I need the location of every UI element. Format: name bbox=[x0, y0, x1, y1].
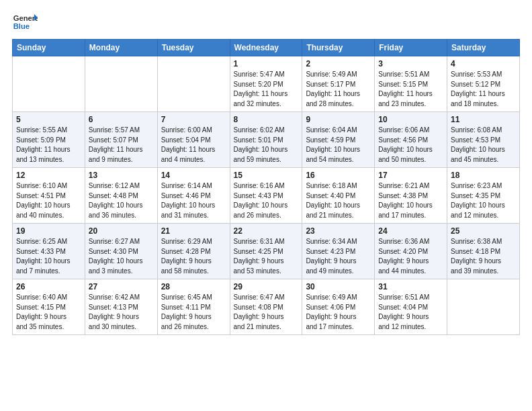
calendar-table: SundayMondayTuesdayWednesdayThursdayFrid… bbox=[12, 39, 520, 335]
day-info: Sunrise: 6:29 AM Sunset: 4:28 PM Dayligh… bbox=[161, 237, 226, 276]
day-cell: 30Sunrise: 6:49 AM Sunset: 4:06 PM Dayli… bbox=[302, 279, 375, 335]
week-row-4: 19Sunrise: 6:25 AM Sunset: 4:33 PM Dayli… bbox=[13, 224, 520, 279]
day-cell: 26Sunrise: 6:40 AM Sunset: 4:15 PM Dayli… bbox=[13, 279, 85, 335]
day-number: 25 bbox=[451, 226, 516, 236]
day-info: Sunrise: 6:42 AM Sunset: 4:13 PM Dayligh… bbox=[89, 293, 154, 332]
day-number: 24 bbox=[378, 226, 443, 236]
day-number: 28 bbox=[161, 282, 226, 291]
day-cell bbox=[13, 56, 85, 112]
day-info: Sunrise: 6:02 AM Sunset: 5:01 PM Dayligh… bbox=[234, 126, 299, 165]
day-number: 29 bbox=[234, 282, 299, 291]
day-cell: 20Sunrise: 6:27 AM Sunset: 4:30 PM Dayli… bbox=[85, 224, 157, 279]
day-number: 10 bbox=[378, 115, 443, 124]
day-cell: 31Sunrise: 6:51 AM Sunset: 4:04 PM Dayli… bbox=[375, 279, 447, 335]
day-cell: 21Sunrise: 6:29 AM Sunset: 4:28 PM Dayli… bbox=[157, 224, 230, 279]
day-number: 8 bbox=[234, 115, 299, 124]
day-info: Sunrise: 6:16 AM Sunset: 4:43 PM Dayligh… bbox=[234, 181, 299, 220]
day-number: 15 bbox=[234, 171, 299, 180]
weekday-header-row: SundayMondayTuesdayWednesdayThursdayFrid… bbox=[13, 40, 520, 56]
day-number: 26 bbox=[16, 282, 81, 291]
day-cell: 27Sunrise: 6:42 AM Sunset: 4:13 PM Dayli… bbox=[85, 279, 157, 335]
logo-icon: General Blue bbox=[12, 9, 38, 35]
day-cell: 16Sunrise: 6:18 AM Sunset: 4:40 PM Dayli… bbox=[302, 168, 375, 224]
day-cell: 4Sunrise: 5:53 AM Sunset: 5:12 PM Daylig… bbox=[447, 56, 520, 112]
day-cell: 22Sunrise: 6:31 AM Sunset: 4:25 PM Dayli… bbox=[230, 224, 302, 279]
day-number: 17 bbox=[378, 171, 443, 180]
day-number: 6 bbox=[89, 115, 154, 124]
day-info: Sunrise: 6:12 AM Sunset: 4:48 PM Dayligh… bbox=[89, 181, 154, 220]
day-info: Sunrise: 5:49 AM Sunset: 5:17 PM Dayligh… bbox=[306, 70, 371, 109]
day-number: 19 bbox=[16, 226, 81, 236]
day-cell bbox=[447, 279, 520, 335]
day-info: Sunrise: 6:14 AM Sunset: 4:46 PM Dayligh… bbox=[161, 181, 226, 220]
day-cell: 18Sunrise: 6:23 AM Sunset: 4:35 PM Dayli… bbox=[447, 168, 520, 224]
day-number: 4 bbox=[451, 59, 516, 68]
weekday-header-tuesday: Tuesday bbox=[157, 40, 230, 56]
day-number: 16 bbox=[306, 171, 371, 180]
day-info: Sunrise: 6:40 AM Sunset: 4:15 PM Dayligh… bbox=[16, 293, 81, 332]
day-info: Sunrise: 6:06 AM Sunset: 4:56 PM Dayligh… bbox=[378, 126, 443, 165]
day-cell: 12Sunrise: 6:10 AM Sunset: 4:51 PM Dayli… bbox=[13, 168, 85, 224]
day-cell: 13Sunrise: 6:12 AM Sunset: 4:48 PM Dayli… bbox=[85, 168, 157, 224]
day-cell: 28Sunrise: 6:45 AM Sunset: 4:11 PM Dayli… bbox=[157, 279, 230, 335]
day-cell: 3Sunrise: 5:51 AM Sunset: 5:15 PM Daylig… bbox=[375, 56, 447, 112]
svg-text:General: General bbox=[13, 14, 38, 22]
day-info: Sunrise: 6:25 AM Sunset: 4:33 PM Dayligh… bbox=[16, 237, 81, 276]
day-cell: 17Sunrise: 6:21 AM Sunset: 4:38 PM Dayli… bbox=[375, 168, 447, 224]
day-info: Sunrise: 6:10 AM Sunset: 4:51 PM Dayligh… bbox=[16, 181, 81, 220]
day-cell: 25Sunrise: 6:38 AM Sunset: 4:18 PM Dayli… bbox=[447, 224, 520, 279]
day-info: Sunrise: 6:51 AM Sunset: 4:04 PM Dayligh… bbox=[378, 293, 443, 332]
day-info: Sunrise: 5:57 AM Sunset: 5:07 PM Dayligh… bbox=[89, 126, 154, 165]
day-cell: 2Sunrise: 5:49 AM Sunset: 5:17 PM Daylig… bbox=[302, 56, 375, 112]
day-number: 27 bbox=[89, 282, 154, 291]
day-info: Sunrise: 6:31 AM Sunset: 4:25 PM Dayligh… bbox=[234, 237, 299, 276]
weekday-header-friday: Friday bbox=[375, 40, 447, 56]
day-number: 12 bbox=[16, 171, 81, 180]
day-cell: 23Sunrise: 6:34 AM Sunset: 4:23 PM Dayli… bbox=[302, 224, 375, 279]
day-info: Sunrise: 6:34 AM Sunset: 4:23 PM Dayligh… bbox=[306, 237, 371, 276]
day-number: 3 bbox=[378, 59, 443, 68]
day-cell bbox=[157, 56, 230, 112]
day-cell: 6Sunrise: 5:57 AM Sunset: 5:07 PM Daylig… bbox=[85, 112, 157, 168]
day-cell: 10Sunrise: 6:06 AM Sunset: 4:56 PM Dayli… bbox=[375, 112, 447, 168]
day-cell: 9Sunrise: 6:04 AM Sunset: 4:59 PM Daylig… bbox=[302, 112, 375, 168]
day-number: 31 bbox=[378, 282, 443, 291]
day-info: Sunrise: 6:21 AM Sunset: 4:38 PM Dayligh… bbox=[378, 181, 443, 220]
day-info: Sunrise: 6:00 AM Sunset: 5:04 PM Dayligh… bbox=[161, 126, 226, 165]
logo: General Blue bbox=[12, 9, 38, 35]
day-cell: 5Sunrise: 5:55 AM Sunset: 5:09 PM Daylig… bbox=[13, 112, 85, 168]
day-info: Sunrise: 6:08 AM Sunset: 4:53 PM Dayligh… bbox=[451, 126, 516, 165]
day-info: Sunrise: 5:53 AM Sunset: 5:12 PM Dayligh… bbox=[451, 70, 516, 109]
day-info: Sunrise: 5:47 AM Sunset: 5:20 PM Dayligh… bbox=[234, 70, 299, 109]
weekday-header-wednesday: Wednesday bbox=[230, 40, 302, 56]
svg-text:Blue: Blue bbox=[13, 22, 30, 30]
weekday-header-saturday: Saturday bbox=[447, 40, 520, 56]
day-cell: 1Sunrise: 5:47 AM Sunset: 5:20 PM Daylig… bbox=[230, 56, 302, 112]
day-number: 20 bbox=[89, 226, 154, 236]
day-number: 14 bbox=[161, 171, 226, 180]
day-info: Sunrise: 6:45 AM Sunset: 4:11 PM Dayligh… bbox=[161, 293, 226, 332]
day-cell bbox=[85, 56, 157, 112]
day-cell: 11Sunrise: 6:08 AM Sunset: 4:53 PM Dayli… bbox=[447, 112, 520, 168]
day-cell: 15Sunrise: 6:16 AM Sunset: 4:43 PM Dayli… bbox=[230, 168, 302, 224]
day-info: Sunrise: 6:18 AM Sunset: 4:40 PM Dayligh… bbox=[306, 181, 371, 220]
day-number: 7 bbox=[161, 115, 226, 124]
day-info: Sunrise: 6:38 AM Sunset: 4:18 PM Dayligh… bbox=[451, 237, 516, 276]
day-number: 5 bbox=[16, 115, 81, 124]
day-info: Sunrise: 6:49 AM Sunset: 4:06 PM Dayligh… bbox=[306, 293, 371, 332]
week-row-2: 5Sunrise: 5:55 AM Sunset: 5:09 PM Daylig… bbox=[13, 112, 520, 168]
day-info: Sunrise: 6:47 AM Sunset: 4:08 PM Dayligh… bbox=[234, 293, 299, 332]
weekday-header-sunday: Sunday bbox=[13, 40, 85, 56]
day-number: 21 bbox=[161, 226, 226, 236]
week-row-1: 1Sunrise: 5:47 AM Sunset: 5:20 PM Daylig… bbox=[13, 56, 520, 112]
day-info: Sunrise: 6:27 AM Sunset: 4:30 PM Dayligh… bbox=[89, 237, 154, 276]
week-row-3: 12Sunrise: 6:10 AM Sunset: 4:51 PM Dayli… bbox=[13, 168, 520, 224]
day-number: 1 bbox=[234, 59, 299, 68]
day-cell: 24Sunrise: 6:36 AM Sunset: 4:20 PM Dayli… bbox=[375, 224, 447, 279]
day-number: 2 bbox=[306, 59, 371, 68]
day-cell: 7Sunrise: 6:00 AM Sunset: 5:04 PM Daylig… bbox=[157, 112, 230, 168]
weekday-header-thursday: Thursday bbox=[302, 40, 375, 56]
day-cell: 8Sunrise: 6:02 AM Sunset: 5:01 PM Daylig… bbox=[230, 112, 302, 168]
day-cell: 29Sunrise: 6:47 AM Sunset: 4:08 PM Dayli… bbox=[230, 279, 302, 335]
day-info: Sunrise: 5:51 AM Sunset: 5:15 PM Dayligh… bbox=[378, 70, 443, 109]
